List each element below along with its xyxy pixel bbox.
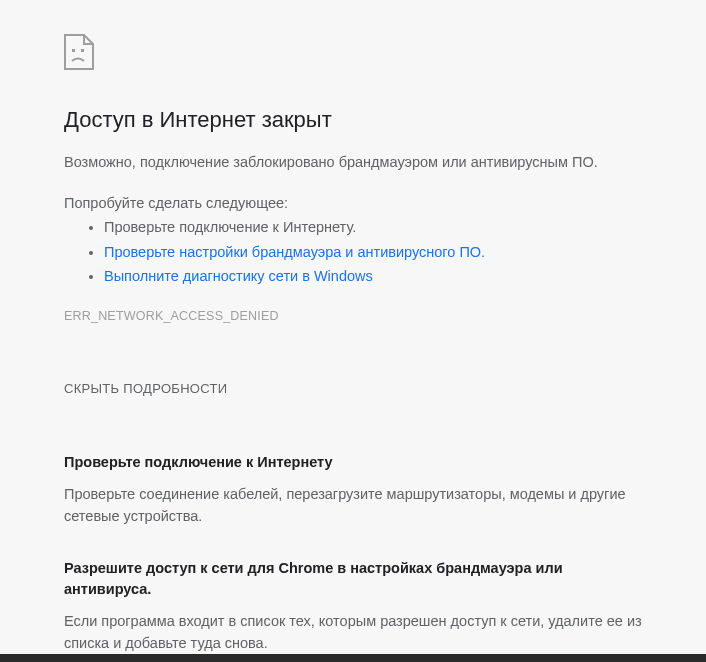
firewall-settings-link[interactable]: Проверьте настройки брандмауэра и антиви… xyxy=(104,244,485,260)
detail-heading: Разрешите доступ к сети для Chrome в нас… xyxy=(64,558,642,600)
detail-block: Проверьте подключение к Интернету Провер… xyxy=(64,452,642,528)
suggestion-item: Проверьте настройки брандмауэра и антиви… xyxy=(104,240,642,265)
detail-body: Проверьте соединение кабелей, перезагруз… xyxy=(64,483,642,528)
suggestion-item: Выполните диагностику сети в Windows xyxy=(104,264,642,289)
try-label: Попробуйте сделать следующее: xyxy=(64,195,642,211)
detail-block: Разрешите доступ к сети для Chrome в нас… xyxy=(64,558,642,655)
error-page: Доступ в Интернет закрыт Возможно, подкл… xyxy=(0,0,706,655)
sad-document-icon xyxy=(64,34,642,70)
suggestion-list: Проверьте подключение к Интернету. Прове… xyxy=(64,215,642,289)
hide-details-button[interactable]: СКРЫТЬ ПОДРОБНОСТИ xyxy=(64,381,227,396)
error-code: ERR_NETWORK_ACCESS_DENIED xyxy=(64,309,642,323)
suggestion-item: Проверьте подключение к Интернету. xyxy=(104,215,642,240)
page-title: Доступ в Интернет закрыт xyxy=(64,106,642,135)
svg-rect-0 xyxy=(72,49,75,52)
svg-rect-1 xyxy=(81,49,84,52)
detail-body: Если программа входит в список тех, кото… xyxy=(64,610,642,655)
detail-heading: Проверьте подключение к Интернету xyxy=(64,452,642,473)
page-subtitle: Возможно, подключение заблокировано бран… xyxy=(64,151,642,173)
network-diagnostics-link[interactable]: Выполните диагностику сети в Windows xyxy=(104,268,373,284)
bottom-bar xyxy=(0,654,706,662)
suggestion-text: Проверьте подключение к Интернету. xyxy=(104,219,356,235)
